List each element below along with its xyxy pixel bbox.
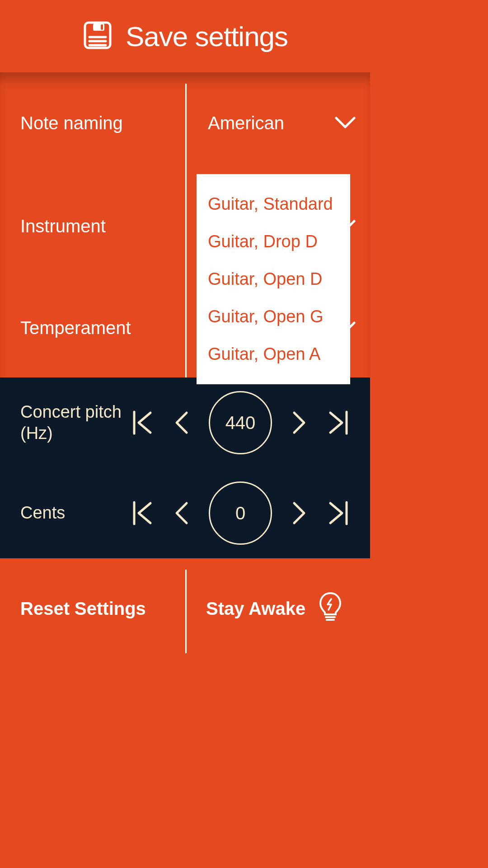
temperament-label: Temperament (0, 318, 185, 338)
lightbulb-icon (317, 591, 344, 627)
reset-settings-button[interactable]: Reset Settings (0, 558, 184, 659)
cents-row: Cents 0 (0, 468, 370, 558)
dropdown-item[interactable]: Guitar, Standard (197, 185, 350, 223)
dropdown-item[interactable]: Guitar, Open A (197, 335, 350, 373)
stepper-section: Concert pitch (Hz) 440 (0, 377, 370, 558)
note-naming-value[interactable]: American (185, 113, 370, 133)
concert-pitch-label: Concert pitch (Hz) (20, 401, 131, 444)
next-button[interactable] (288, 405, 311, 441)
skip-back-button[interactable] (131, 495, 154, 531)
svg-rect-2 (101, 24, 103, 30)
skip-forward-button[interactable] (327, 495, 350, 531)
cents-value[interactable]: 0 (209, 481, 272, 545)
concert-pitch-row: Concert pitch (Hz) 440 (0, 377, 370, 468)
instrument-dropdown: Guitar, Standard Guitar, Drop D Guitar, … (197, 174, 350, 384)
page-title: Save settings (126, 20, 288, 52)
cents-label: Cents (20, 502, 131, 524)
dropdown-item[interactable]: Guitar, Open D (197, 260, 350, 298)
note-naming-label: Note naming (0, 113, 185, 133)
dropdown-item[interactable]: Guitar, Open G (197, 298, 350, 335)
dropdown-item[interactable]: Guitar, Drop D (197, 223, 350, 260)
next-button[interactable] (288, 495, 311, 531)
chevron-down-icon (334, 113, 357, 133)
instrument-label: Instrument (0, 216, 185, 236)
stay-awake-label: Stay Awake (206, 599, 305, 619)
vertical-divider (185, 84, 187, 377)
cents-controls: 0 (131, 481, 350, 545)
save-icon (82, 20, 113, 52)
concert-pitch-controls: 440 (131, 391, 350, 454)
prev-button[interactable] (170, 405, 192, 441)
reset-settings-label: Reset Settings (20, 599, 146, 619)
note-naming-text: American (208, 113, 284, 133)
concert-pitch-value[interactable]: 440 (209, 391, 272, 454)
skip-forward-button[interactable] (327, 405, 350, 441)
header: Save settings (0, 0, 370, 72)
vertical-divider (185, 570, 187, 653)
skip-back-button[interactable] (131, 405, 154, 441)
prev-button[interactable] (170, 495, 192, 531)
footer: Reset Settings Stay Awake (0, 558, 370, 659)
settings-section: Note naming American Instrument Temperam… (0, 72, 370, 377)
stay-awake-button[interactable]: Stay Awake (184, 558, 370, 659)
